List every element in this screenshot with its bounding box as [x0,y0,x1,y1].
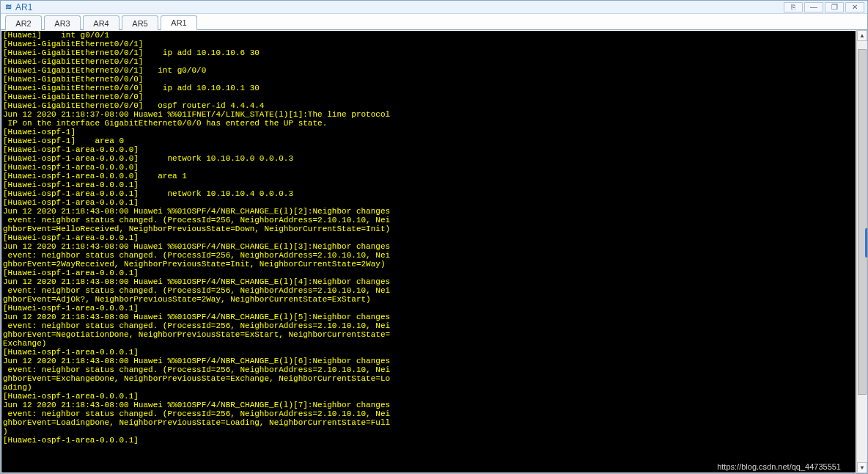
terminal-line: ghborEvent=HelloReceived, NeighborPrevio… [3,225,854,233]
terminal-line: ) [3,427,854,436]
window-title: AR1 [15,2,32,12]
minimize-button[interactable]: — [804,2,823,12]
watermark: https://blog.csdn.net/qq_44735551 [717,462,841,471]
terminal-line: [Huawei-ospf-1-area-0.0.0.1] [3,392,854,401]
terminal-line: event: neighbor status changed. (Process… [3,365,854,374]
terminal-line: [Huawei-GigabitEthernet0/0/0] ip add 10.… [3,84,854,92]
maximize-button[interactable]: ❐ [825,2,844,12]
close-button[interactable]: ✕ [845,2,864,12]
terminal-line: [Huawei-ospf-1-area-0.0.0.1] [3,269,854,277]
terminal-output[interactable]: [Huawei] int g0/0/1[Huawei-GigabitEthern… [1,31,856,445]
terminal-line: [Huawei-ospf-1-area-0.0.0.1] [3,348,854,357]
terminal-line: ghborEvent=ExchangeDone, NeighborPreviou… [3,374,854,383]
terminal-line: Jun 12 2020 21:18:43-08:00 Huawei %%01OS… [3,401,854,409]
terminal-line: [Huawei] int g0/0/1 [3,31,854,40]
terminal-line: IP on the interface GigabitEthernet0/0/0… [3,119,854,128]
tab-bar: AR2 AR3 AR4 AR5 AR1 [1,14,867,30]
scroll-down-button[interactable]: ▼ [857,462,867,473]
terminal-line: Jun 12 2020 21:18:43-08:00 Huawei %%01OS… [3,357,854,365]
terminal-line: event: neighbor status changed. (Process… [3,251,854,260]
tab-ar2[interactable]: AR2 [5,15,42,30]
terminal-line: Jun 12 2020 21:18:37-08:00 Huawei %%01IF… [3,110,854,119]
terminal-line: event: neighbor status changed. (Process… [3,216,854,225]
terminal-line: Jun 12 2020 21:18:43-08:00 Huawei %%01OS… [3,313,854,321]
terminal-line: [Huawei-GigabitEthernet0/0/1] [3,57,854,66]
scroll-thumb[interactable] [858,49,867,395]
terminal-line: [Huawei-GigabitEthernet0/0/1] ip add 10.… [3,48,854,57]
terminal-line: [Huawei-ospf-1-area-0.0.0.1] network 10.… [3,189,854,198]
terminal-line: Jun 12 2020 21:18:43-08:00 Huawei %%01OS… [3,242,854,251]
terminal-line: Exchange) [3,339,854,348]
client-area: [Huawei] int g0/0/1[Huawei-GigabitEthern… [1,30,867,473]
terminal-line: [Huawei-ospf-1-area-0.0.0.0] area 1 [3,172,854,181]
tab-ar5[interactable]: AR5 [122,15,158,30]
terminal-line: ghborEvent=2WayReceived, NeighborPreviou… [3,260,854,269]
titlebar[interactable]: ≋ AR1 ⎘ — ❐ ✕ [1,1,867,14]
terminal-wrap[interactable]: [Huawei] int g0/0/1[Huawei-GigabitEthern… [1,31,856,473]
terminal-line: [Huawei-GigabitEthernet0/0/0] ospf route… [3,101,854,110]
terminal-line: [Huawei-ospf-1-area-0.0.0.1] [3,181,854,189]
window-buttons: ⎘ — ❐ ✕ [782,2,864,12]
terminal-line: event: neighbor status changed. (Process… [3,321,854,330]
tab-ar3[interactable]: AR3 [44,15,81,30]
terminal-line: [Huawei-ospf-1-area-0.0.0.1] [3,198,854,207]
tab-ar1[interactable]: AR1 [161,15,197,30]
terminal-line: [Huawei-GigabitEthernet0/0/0] [3,92,854,101]
window-edge-handle[interactable] [865,228,868,258]
terminal-line: [Huawei-ospf-1] area 0 [3,136,854,145]
scroll-up-button[interactable]: ▲ [857,30,867,41]
terminal-line: [Huawei-GigabitEthernet0/0/0] [3,75,854,84]
pin-button[interactable]: ⎘ [784,2,803,12]
terminal-line: [Huawei-ospf-1-area-0.0.0.1] [3,304,854,313]
terminal-line: [Huawei-GigabitEthernet0/0/1] int g0/0/0 [3,66,854,75]
tab-ar4[interactable]: AR4 [83,15,119,30]
terminal-line: ghborEvent=LoadingDone, NeighborPrevious… [3,418,854,427]
terminal-line: Jun 12 2020 21:18:43-08:00 Huawei %%01OS… [3,277,854,286]
terminal-line: Jun 12 2020 21:18:43-08:00 Huawei %%01OS… [3,207,854,216]
terminal-line: [Huawei-ospf-1-area-0.0.0.1] [3,233,854,242]
app-icon: ≋ [4,3,12,12]
terminal-line: ading) [3,383,854,392]
terminal-line: [Huawei-ospf-1] [3,128,854,136]
terminal-line: [Huawei-ospf-1-area-0.0.0.0] network 10.… [3,154,854,163]
terminal-line: [Huawei-ospf-1-area-0.0.0.1] [3,436,854,445]
terminal-line: event: neighbor status changed. (Process… [3,409,854,418]
terminal-line: event: neighbor status changed. (Process… [3,286,854,295]
terminal-line: [Huawei-ospf-1-area-0.0.0.0] [3,145,854,154]
terminal-line: [Huawei-GigabitEthernet0/0/1] [3,40,854,48]
terminal-line: ghborEvent=AdjOk?, NeighborPreviousState… [3,295,854,304]
terminal-line: ghborEvent=NegotiationDone, NeighborPrev… [3,330,854,339]
terminal-line: [Huawei-ospf-1-area-0.0.0.0] [3,163,854,172]
